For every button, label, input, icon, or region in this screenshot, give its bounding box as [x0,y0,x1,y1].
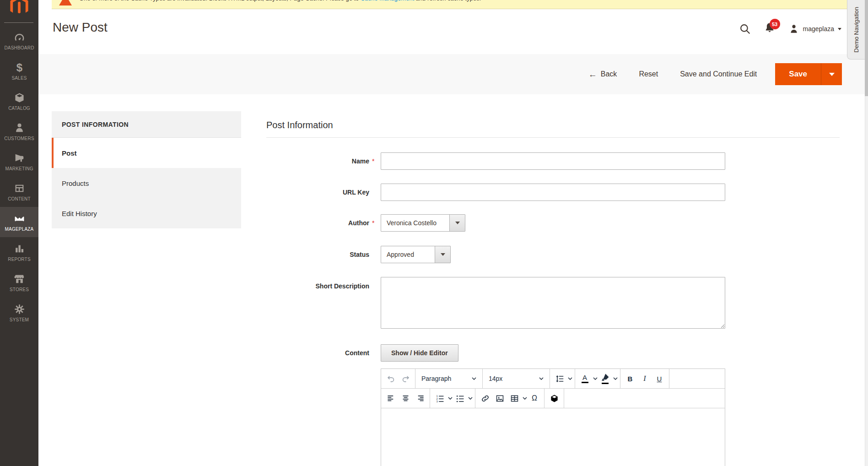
color-group: A [575,369,620,388]
highlight-color-bar [602,383,609,384]
short-description-label: Short Description [266,277,369,290]
save-options-toggle[interactable] [821,63,842,85]
author-select[interactable]: Veronica Costello [381,214,465,232]
editor-content-area[interactable] [381,408,725,466]
content-icon [14,183,25,194]
table-options-toggle[interactable] [523,397,527,400]
save-and-continue-label: Save and Continue Edit [680,70,757,78]
special-character-icon[interactable]: Ω [527,391,542,406]
image-icon[interactable] [492,391,507,406]
chevron-down-icon [613,377,618,380]
tab-panel-title: POST INFORMATION [52,111,241,138]
page-title: New Post [53,20,108,35]
font-size-dropdown[interactable]: 14px [485,371,547,386]
demo-navigation-tab[interactable]: Demo Navigation [847,0,865,60]
highlight-color-icon[interactable] [598,371,612,386]
sidebar-item-label: REPORTS [8,257,31,262]
magento-logo-icon[interactable] [8,0,30,16]
reset-label: Reset [639,70,658,78]
history-group [381,369,415,388]
sidebar-item-stores[interactable]: STORES [0,267,38,298]
svg-text:3: 3 [436,400,438,403]
line-height-icon[interactable] [552,371,567,386]
ordered-list-options-toggle[interactable] [448,397,453,400]
back-button[interactable]: ← Back [588,70,617,79]
magento-widget-icon[interactable] [547,391,561,406]
text-color-bar [582,382,588,383]
system-messages-bar[interactable]: One or more of the Cache Types are inval… [52,0,847,9]
content-label: Content [266,349,369,357]
tab-edit-history[interactable]: Edit History [52,198,241,228]
required-marker: * [372,219,381,227]
sidebar-item-sales[interactable]: $ SALES [0,56,38,86]
sidebar-item-reports[interactable]: REPORTS [0,237,38,267]
notifications-button[interactable]: 53 [764,22,776,36]
sidebar-item-label: STORES [10,287,29,292]
align-center-icon[interactable] [398,391,413,406]
italic-icon[interactable]: I [637,371,652,386]
tab-post[interactable]: Post [52,138,241,168]
admin-sidebar: DASHBOARD $ SALES CATALOG CUSTOMERS MARK… [0,0,38,466]
sidebar-item-label: MARKETING [5,166,33,171]
bold-letter: B [628,375,633,382]
text-color-icon[interactable]: A [577,371,592,386]
status-selected-value: Approved [381,246,435,263]
underline-icon[interactable]: U [652,371,667,386]
bold-icon[interactable]: B [623,371,637,386]
author-select-toggle[interactable] [449,215,465,231]
content-row: Content Show / Hide Editor [266,344,458,362]
font-size-value: 14px [489,375,502,382]
reports-icon [14,243,25,255]
page-actions: ← Back Reset Save and Continue Edit Save [38,54,865,94]
sidebar-item-customers[interactable]: CUSTOMERS [0,116,38,146]
link-icon[interactable] [478,391,492,406]
user-menu[interactable]: mageplaza [788,23,842,34]
sidebar-item-system[interactable]: SYSTEM [0,298,38,328]
status-select[interactable]: Approved [381,246,451,263]
save-and-continue-button[interactable]: Save and Continue Edit [680,70,757,78]
chevron-down-icon [523,397,527,400]
chevron-down-icon [468,397,473,400]
redo-icon[interactable] [398,371,413,386]
catalog-icon [14,92,25,103]
name-input[interactable] [381,152,725,170]
ordered-list-icon[interactable]: 123 [432,391,447,406]
scrollbar-thumb[interactable] [865,0,868,96]
line-height-options-toggle[interactable] [568,377,572,380]
bullet-list-icon[interactable] [453,391,467,406]
cache-management-link[interactable]: Cache Management [361,0,414,2]
table-icon[interactable] [507,391,522,406]
undo-icon[interactable] [383,371,398,386]
show-hide-editor-button[interactable]: Show / Hide Editor [381,344,458,362]
align-left-icon[interactable] [383,391,398,406]
sidebar-item-mageplaza[interactable]: MAGEPLAZA [0,207,38,237]
tab-products[interactable]: Products [52,168,241,198]
system-message-text: One or more of the Cache Types are inval… [79,0,481,2]
paragraph-format-dropdown[interactable]: Paragraph [418,371,480,386]
svg-text:$: $ [16,62,22,73]
mageplaza-icon [14,213,25,224]
align-right-icon[interactable] [413,391,427,406]
bullet-list-options-toggle[interactable] [468,397,473,400]
post-information-tabs: POST INFORMATION Post Products Edit Hist… [52,111,241,228]
status-row: Status Approved [266,246,451,263]
chevron-down-icon [441,253,445,256]
page-scrollbar[interactable] [865,0,868,466]
search-icon[interactable] [739,23,751,35]
list-group: 123 [430,389,475,408]
reset-button[interactable]: Reset [639,70,658,78]
highlight-color-options-toggle[interactable] [613,377,618,380]
main-area: One or more of the Cache Types are inval… [38,0,868,466]
save-button[interactable]: Save [775,63,821,85]
sidebar-item-label: MAGEPLAZA [5,227,34,232]
short-description-textarea[interactable] [381,277,725,329]
sidebar-item-marketing[interactable]: MARKETING [0,146,38,177]
text-color-options-toggle[interactable] [593,377,598,380]
sidebar-item-catalog[interactable]: CATALOG [0,86,38,116]
stores-icon [14,273,25,285]
sidebar-item-dashboard[interactable]: DASHBOARD [0,26,38,56]
url-key-input[interactable] [381,184,725,201]
notification-count-badge: 53 [770,19,780,29]
status-select-toggle[interactable] [435,246,450,263]
sidebar-item-content[interactable]: CONTENT [0,177,38,207]
